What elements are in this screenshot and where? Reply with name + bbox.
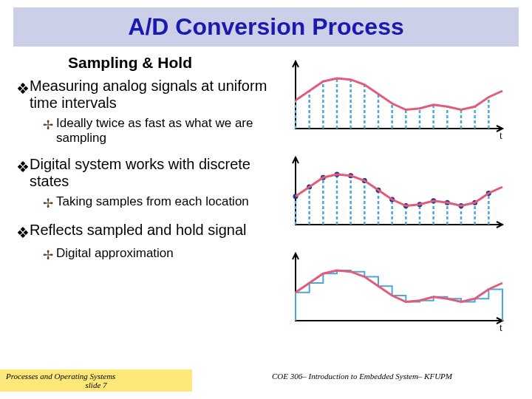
footer-left-line2: slide 7 bbox=[6, 381, 186, 389]
bullet-3-text: Reflects sampled and hold signal bbox=[30, 222, 247, 239]
text-column: Sampling & Hold ❖ Measuring analog signa… bbox=[0, 50, 281, 347]
bullet-1-text: Measuring analog signals at uniform time… bbox=[30, 78, 281, 112]
bullet-2-text: Digital system works with discrete state… bbox=[30, 156, 281, 190]
footer-right: COE 306– Introduction to Embedded System… bbox=[192, 369, 532, 392]
svg-text:t: t bbox=[499, 322, 502, 333]
cross-icon: ✢ bbox=[43, 117, 56, 133]
bullet-1: ❖ Measuring analog signals at uniform ti… bbox=[16, 78, 281, 112]
footer-left-line1: Processes and Operating Systems bbox=[6, 372, 186, 381]
diamond-icon: ❖ bbox=[16, 80, 30, 98]
svg-text:t: t bbox=[499, 130, 502, 141]
bullet-3: ❖ Reflects sampled and hold signal bbox=[16, 222, 281, 242]
bullet-2-sub: ✢ Taking samples from each location bbox=[43, 194, 281, 211]
bullet-2: ❖ Digital system works with discrete sta… bbox=[16, 156, 281, 190]
diamond-icon: ❖ bbox=[16, 158, 30, 176]
footer: Processes and Operating Systems slide 7 … bbox=[0, 369, 532, 392]
chart-sampling: t bbox=[281, 58, 510, 141]
bullet-1-sub: ✢ Ideally twice as fast as what we are s… bbox=[43, 116, 281, 146]
bullet-1-sub-text: Ideally twice as fast as what we are sam… bbox=[56, 116, 281, 146]
chart-hold: t bbox=[281, 250, 510, 333]
chart-column: t t bbox=[281, 50, 517, 347]
subtitle: Sampling & Hold bbox=[16, 50, 281, 72]
cross-icon: ✢ bbox=[43, 196, 56, 211]
cross-icon: ✢ bbox=[43, 248, 56, 263]
title-bar: A/D Conversion Process bbox=[13, 7, 519, 47]
footer-left: Processes and Operating Systems slide 7 bbox=[0, 369, 192, 392]
bullet-3-sub-text: Digital approximation bbox=[56, 246, 174, 261]
slide-title: A/D Conversion Process bbox=[13, 13, 519, 41]
diamond-icon: ❖ bbox=[16, 224, 30, 242]
bullet-3-sub: ✢ Digital approximation bbox=[43, 246, 281, 263]
chart-discrete bbox=[281, 154, 510, 237]
bullet-2-sub-text: Taking samples from each location bbox=[56, 194, 249, 209]
